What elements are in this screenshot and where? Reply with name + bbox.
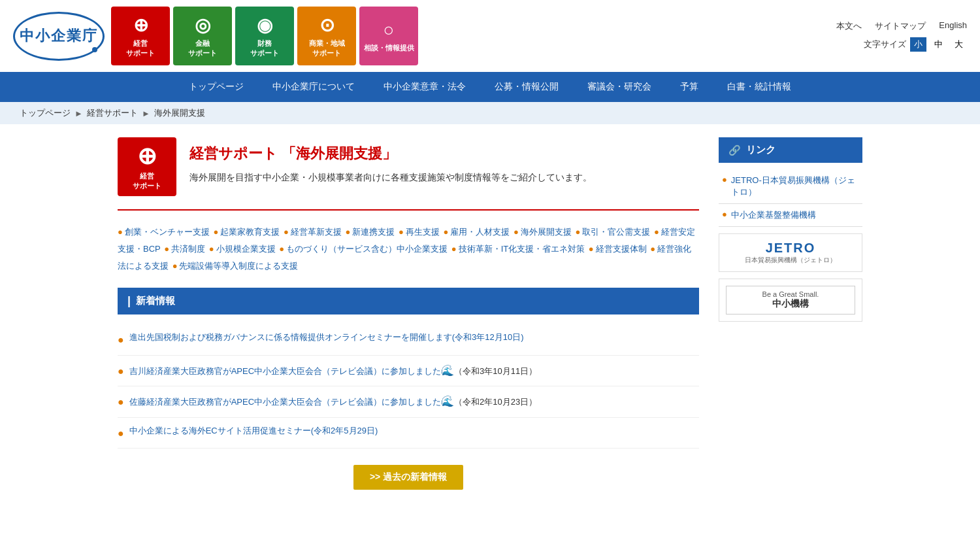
tag-再生支援[interactable]: 再生支援	[399, 227, 440, 237]
chusho-label1: Be a Great Small.	[730, 290, 851, 298]
tag-小規模企業支援[interactable]: 小規模企業支援	[209, 244, 276, 254]
breadcrumb-arrow: ►	[142, 109, 150, 118]
news-link-3[interactable]: 中小企業による海外ECサイト活用促進セミナー(令和2年5月29日)	[129, 426, 378, 435]
breadcrumb-item-0[interactable]: トップページ	[20, 107, 71, 119]
header-right: 本文へサイトマップEnglish 文字サイズ 小 中 大	[836, 20, 967, 52]
tag-起業家教育支援[interactable]: 起業家教育支援	[213, 227, 280, 237]
icon-tile-3[interactable]: ⊙商業・地域サポート	[297, 7, 356, 65]
header-icon-label1: 経営	[140, 171, 154, 181]
tag-ものづくり（サービス含む）中小企業支援[interactable]: ものづくり（サービス含む）中小企業支援	[279, 244, 448, 254]
news-item: ●進出先国税制および税務ガバナンスに係る情報提供オンラインセミナーを開催します(…	[118, 324, 699, 356]
more-news-button[interactable]: >> 過去の新着情報	[353, 465, 463, 490]
tag-雇用・人材支援[interactable]: 雇用・人材支援	[443, 227, 510, 237]
tags-section: 創業・ベンチャー支援 起業家教育支援 経営革新支援 新連携支援 再生支援 雇用・…	[118, 224, 699, 275]
sidebar: 🔗 リンク JETRO-日本貿易振興機構（ジェトロ）中小企業基盤整備機構 JET…	[719, 137, 862, 496]
news-bullet: ●	[118, 332, 124, 348]
site-logo[interactable]: 中小企業庁	[13, 12, 105, 61]
header-top: 中小企業庁 ⊕経営サポート◎金融サポート◉財務サポート⊙商業・地域サポート○相談…	[0, 0, 980, 72]
header-link-サイトマップ[interactable]: サイトマップ	[875, 20, 926, 32]
icon-tile-4[interactable]: ○相談・情報提供	[359, 7, 418, 65]
logo-dot	[92, 47, 97, 52]
wave-icon: 🌊	[441, 362, 454, 379]
icon-tile-2[interactable]: ◉財務サポート	[235, 7, 294, 65]
header-left: 中小企業庁 ⊕経営サポート◎金融サポート◉財務サポート⊙商業・地域サポート○相談…	[13, 7, 418, 65]
tag-取引・官公需支援[interactable]: 取引・官公需支援	[575, 227, 650, 237]
header-icon-symbol: ⊕	[137, 143, 157, 170]
news-item: ●中小企業による海外ECサイト活用促進セミナー(令和2年5月29日)	[118, 418, 699, 449]
news-link-1[interactable]: 吉川経済産業大臣政務官がAPEC中小企業大臣会合（テレビ会議）に参加しました	[129, 366, 441, 376]
main-nav: トップページ中小企業庁について中小企業意章・法令公募・情報公開審議会・研究会予算…	[0, 72, 980, 102]
page-header-text: 経営サポート 「海外展開支援」 海外展開を目指す中小企業・小規模事業者向けに各種…	[189, 137, 592, 184]
news-link-0[interactable]: 進出先国税制および税務ガバナンスに係る情報提供オンラインセミナーを開催します(令…	[129, 332, 524, 342]
font-medium-button[interactable]: 中	[930, 37, 947, 52]
nav-item-トップページ[interactable]: トップページ	[174, 72, 258, 102]
page-header: ⊕ 経営 サポート 経営サポート 「海外展開支援」 海外展開を目指す中小企業・小…	[118, 137, 699, 196]
font-small-button[interactable]: 小	[910, 37, 926, 52]
icon-tile-0[interactable]: ⊕経営サポート	[111, 7, 170, 65]
news-title: 新着情報	[136, 295, 175, 307]
jetro-sub: 日本貿易振興機構（ジェトロ）	[726, 256, 855, 265]
nav-item-審議会・研究会[interactable]: 審議会・研究会	[573, 72, 666, 102]
main-content: ⊕ 経営 サポート 経営サポート 「海外展開支援」 海外展開を目指す中小企業・小…	[118, 137, 699, 496]
news-header: 新着情報	[118, 288, 699, 314]
logo-text: 中小企業庁	[20, 26, 98, 46]
chusho-logo-box[interactable]: Be a Great Small. 中小機構	[719, 279, 862, 322]
breadcrumb: トップページ►経営サポート►海外展開支援	[0, 102, 980, 124]
news-list: ●進出先国税制および税務ガバナンスに係る情報提供オンラインセミナーを開催します(…	[118, 324, 699, 449]
breadcrumb-arrow: ►	[74, 109, 83, 118]
news-link-2[interactable]: 佐藤経済産業大臣政務官がAPEC中小企業大臣会合（テレビ会議）に参加しました	[129, 397, 441, 407]
sidebar-link-0[interactable]: JETRO-日本貿易振興機構（ジェトロ）	[719, 169, 862, 204]
news-date: （令和3年10月11日）	[454, 366, 537, 376]
jetro-logo-text: JETRO	[726, 241, 855, 256]
news-item: ●佐藤経済産業大臣政務官がAPEC中小企業大臣会合（テレビ会議）に参加しました🌊…	[118, 386, 699, 418]
wave-icon: 🌊	[441, 393, 454, 410]
sidebar-links-title: リンク	[746, 144, 776, 156]
font-large-button[interactable]: 大	[951, 37, 967, 52]
icon-tile-1[interactable]: ◎金融サポート	[173, 7, 232, 65]
content-wrapper: ⊕ 経営 サポート 経営サポート 「海外展開支援」 海外展開を目指す中小企業・小…	[98, 124, 882, 509]
tag-先端設備等導入制度による支援[interactable]: 先端設備等導入制度による支援	[172, 261, 299, 271]
chusho-label2: 中小機構	[730, 298, 851, 310]
icon-tiles: ⊕経営サポート◎金融サポート◉財務サポート⊙商業・地域サポート○相談・情報提供	[111, 7, 418, 65]
red-divider	[118, 209, 699, 211]
tag-共済制度[interactable]: 共済制度	[164, 244, 205, 254]
page-header-icon: ⊕ 経営 サポート	[118, 137, 176, 196]
chusho-logo-inner: Be a Great Small. 中小機構	[726, 286, 855, 314]
font-size-label: 文字サイズ	[864, 39, 906, 50]
header-link-本文へ[interactable]: 本文へ	[836, 20, 862, 32]
news-bullet: ●	[118, 394, 124, 411]
more-btn-wrapper: >> 過去の新着情報	[118, 465, 699, 490]
nav-item-中小企業庁について[interactable]: 中小企業庁について	[258, 72, 369, 102]
header-link-English[interactable]: English	[939, 20, 967, 32]
link-icon: 🔗	[728, 144, 741, 156]
tag-新連携支援[interactable]: 新連携支援	[345, 227, 395, 237]
page-description: 海外展開を目指す中小企業・小規模事業者向けに各種支援施策や制度情報等をご紹介して…	[189, 170, 592, 184]
nav-item-白書・統計情報[interactable]: 白書・統計情報	[713, 72, 806, 102]
tag-経営革新支援[interactable]: 経営革新支援	[284, 227, 342, 237]
jetro-logo-box[interactable]: JETRO 日本貿易振興機構（ジェトロ）	[719, 233, 862, 272]
header-icon-label2: サポート	[133, 181, 161, 191]
sidebar-link-list: JETRO-日本貿易振興機構（ジェトロ）中小企業基盤整備機構	[719, 169, 862, 227]
header-links: 本文へサイトマップEnglish	[836, 20, 967, 32]
news-date: （令和2年10月23日）	[454, 397, 537, 407]
tag-海外展開支援[interactable]: 海外展開支援	[514, 227, 572, 237]
sidebar-link-1[interactable]: 中小企業基盤整備機構	[719, 204, 862, 227]
news-bullet: ●	[118, 363, 124, 380]
news-bullet: ●	[118, 425, 124, 442]
page-title: 経営サポート 「海外展開支援」	[189, 144, 592, 163]
sidebar-links-header: 🔗 リンク	[719, 137, 862, 163]
tag-創業・ベンチャー支援[interactable]: 創業・ベンチャー支援	[118, 227, 210, 237]
breadcrumb-item-1[interactable]: 経営サポート	[87, 107, 138, 119]
nav-item-予算[interactable]: 予算	[666, 72, 713, 102]
font-size-controls: 文字サイズ 小 中 大	[864, 37, 967, 52]
nav-item-中小企業意章・法令[interactable]: 中小企業意章・法令	[369, 72, 480, 102]
news-section: 新着情報 ●進出先国税制および税務ガバナンスに係る情報提供オンラインセミナーを開…	[118, 288, 699, 490]
nav-item-公募・情報公開[interactable]: 公募・情報公開	[480, 72, 573, 102]
tag-経営支援体制[interactable]: 経営支援体制	[589, 244, 647, 254]
tag-技術革新・IT化支援・省エネ対策[interactable]: 技術革新・IT化支援・省エネ対策	[451, 244, 585, 254]
news-item: ●吉川経済産業大臣政務官がAPEC中小企業大臣会合（テレビ会議）に参加しました🌊…	[118, 356, 699, 387]
breadcrumb-item-2[interactable]: 海外展開支援	[154, 107, 205, 119]
